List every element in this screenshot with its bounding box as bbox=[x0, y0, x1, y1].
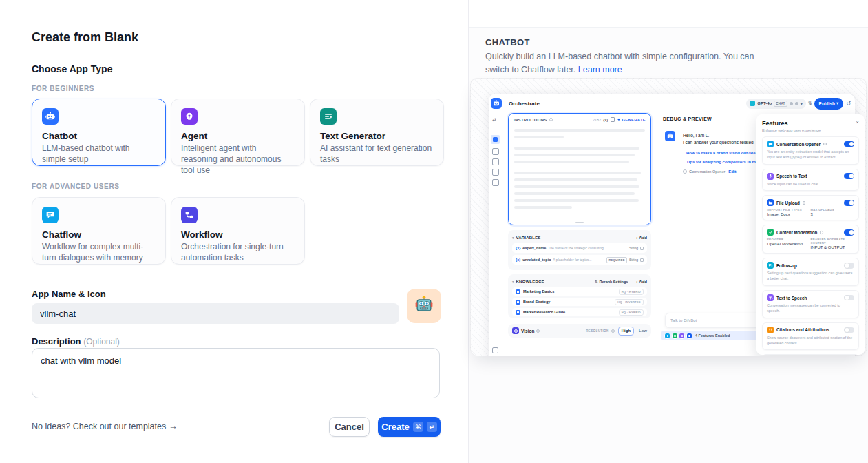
toggle bbox=[844, 295, 854, 301]
card-agent[interactable]: Agent Intelligent agent with reasoning a… bbox=[171, 99, 305, 166]
card-chatbot[interactable]: Chatbot LLM-based chatbot with simple se… bbox=[32, 99, 166, 166]
document-icon bbox=[516, 289, 520, 294]
info-icon bbox=[820, 231, 823, 234]
resolution-low-chip: Low bbox=[639, 329, 647, 333]
exchange-icon: ⇄ bbox=[492, 117, 496, 123]
preview-pane: CHATBOT Quickly build an LLM-based chatb… bbox=[469, 0, 868, 463]
suggested-question: Tips for analyzing competitors in market bbox=[686, 160, 765, 164]
rerank-icon: ⇅ bbox=[595, 280, 598, 284]
close-icon: × bbox=[856, 120, 859, 125]
card-text-generator-desc: AI assistant for text generation tasks bbox=[320, 143, 434, 165]
description-label: Description (Optional) bbox=[32, 336, 120, 347]
citations-icon bbox=[767, 327, 774, 333]
sparkle-icon bbox=[617, 118, 621, 122]
templates-link[interactable]: No ideas? Check out our templates→ bbox=[32, 422, 178, 431]
model-mini-icon bbox=[790, 102, 793, 105]
chatbot-icon bbox=[42, 108, 59, 125]
enter-key-icon: ↵ bbox=[427, 422, 437, 432]
workflow-icon bbox=[181, 207, 198, 223]
card-workflow-title: Workflow bbox=[181, 229, 295, 240]
create-dialog: Create from Blank Choose App Type FOR BE… bbox=[0, 0, 469, 463]
bot-greeting-2: I can answer your questions related bbox=[683, 140, 754, 145]
rerank-settings: ⇅Rerank Settings bbox=[595, 280, 628, 284]
card-text-generator[interactable]: Text Generator AI assistant for text gen… bbox=[310, 99, 444, 166]
clock-icon bbox=[683, 169, 687, 174]
arrow-right-icon: → bbox=[169, 422, 178, 431]
toggle bbox=[844, 263, 854, 269]
card-agent-title: Agent bbox=[181, 131, 295, 141]
model-mini-icon-2 bbox=[795, 102, 798, 105]
sidebar-logs-icon bbox=[492, 158, 499, 165]
preview-description: Quickly build an LLM-based chatbot with … bbox=[485, 50, 761, 77]
char-count: 2182 bbox=[593, 118, 601, 122]
text-to-speech-icon bbox=[767, 294, 774, 301]
app-robot-icon bbox=[491, 98, 502, 109]
feature-file-upload: File Upload SUPPORT FILE TYPESImage, Doc… bbox=[762, 195, 859, 220]
knowledge-add-button: + Add bbox=[635, 280, 647, 284]
sidebar-annotations-icon bbox=[492, 169, 499, 176]
choose-app-type-title: Choose App Type bbox=[32, 63, 112, 74]
feature-text-to-speech: Text to Speech Conversation messages can… bbox=[762, 290, 859, 318]
create-button[interactable]: Create ⌘ ↵ bbox=[378, 417, 441, 437]
document-icon bbox=[516, 310, 520, 315]
cancel-button[interactable]: Cancel bbox=[329, 417, 370, 437]
app-name-label: App Name & Icon bbox=[32, 289, 106, 299]
resize-handle bbox=[575, 222, 584, 223]
description-textarea[interactable]: chat with vllm model bbox=[32, 348, 440, 398]
feature-badge-icon bbox=[686, 333, 692, 339]
chevron-down-icon: ▾ bbox=[801, 101, 803, 106]
feature-annotation-reply: Annotation Reply bbox=[762, 354, 859, 355]
card-text-generator-title: Text Generator bbox=[320, 131, 434, 141]
agent-icon bbox=[181, 108, 198, 125]
beginner-cards: Chatbot LLM-based chatbot with simple se… bbox=[32, 99, 444, 166]
document-icon bbox=[516, 300, 520, 305]
feature-content-moderation: Content Moderation PROVIDEROpenAI Modera… bbox=[762, 225, 859, 254]
feature-badge-icon bbox=[664, 333, 670, 339]
app-name-input[interactable] bbox=[32, 303, 399, 324]
feature-badge-icon bbox=[679, 333, 685, 339]
history-icon: ↺ bbox=[846, 101, 851, 107]
publish-button: Publish▾ bbox=[814, 98, 844, 110]
card-workflow-desc: Orchestration for single-turn automation… bbox=[181, 242, 295, 264]
resolution-high-chip: High bbox=[618, 327, 634, 336]
card-chatflow[interactable]: Chatflow Workflow for complex multi-turn… bbox=[32, 197, 166, 265]
toggle bbox=[844, 229, 854, 236]
opener-row: Conversation Opener Edit bbox=[683, 169, 737, 174]
model-mode-badge: CHAT bbox=[774, 101, 787, 107]
knowledge-panel: ▾ KNOWLEDGE ⇅Rerank Settings + Add Marke… bbox=[508, 274, 651, 318]
knowledge-row: Brand Strategy HQ · INVERTED bbox=[512, 298, 647, 306]
card-chatflow-desc: Workflow for complex multi-turn dialogue… bbox=[42, 242, 156, 264]
copy-icon bbox=[611, 117, 615, 122]
info-icon bbox=[549, 118, 553, 121]
learn-more-link[interactable]: Learn more bbox=[578, 65, 622, 74]
generate-button: GENERATE bbox=[617, 118, 646, 122]
app-icon-picker[interactable] bbox=[407, 289, 441, 323]
robot-emoji-icon bbox=[414, 294, 434, 318]
card-workflow[interactable]: Workflow Orchestration for single-turn a… bbox=[171, 197, 305, 265]
knowledge-row: Market Research Guide HQ · HYBRID bbox=[512, 308, 647, 316]
index-badge: HQ · HYBRID bbox=[619, 289, 644, 295]
top-strip bbox=[469, 0, 868, 28]
toggle bbox=[844, 200, 854, 206]
orchestrate-title: Orchestrate bbox=[509, 101, 540, 107]
instructions-skeleton bbox=[514, 129, 645, 219]
instructions-title: INSTRUCTIONS bbox=[514, 118, 547, 122]
group-label-beginners: FOR BEGINNERS bbox=[32, 85, 94, 92]
index-badge: HQ · HYBRID bbox=[619, 309, 644, 316]
suggested-question: How to make a brand stand out? bbox=[686, 151, 750, 155]
index-badge: HQ · INVERTED bbox=[615, 299, 644, 305]
sidebar-monitoring-icon bbox=[492, 179, 499, 186]
toggle bbox=[844, 327, 854, 333]
chatflow-icon bbox=[42, 207, 59, 223]
create-app-screen: Create from Blank Choose App Type FOR BE… bbox=[0, 0, 868, 463]
feature-speech-to-text: Speech to Text Voice input can be used i… bbox=[762, 169, 859, 192]
text-generator-icon bbox=[320, 108, 337, 125]
model-selector: GPT-4o CHAT ▾ bbox=[746, 99, 805, 109]
folder-icon bbox=[767, 199, 774, 206]
bot-avatar-icon bbox=[665, 131, 675, 141]
conversation-opener-icon bbox=[767, 141, 774, 147]
card-chatflow-title: Chatflow bbox=[42, 229, 156, 240]
variable-icon: {x} bbox=[516, 246, 520, 250]
feature-badge-icon bbox=[672, 333, 678, 339]
moderation-icon bbox=[767, 229, 774, 236]
